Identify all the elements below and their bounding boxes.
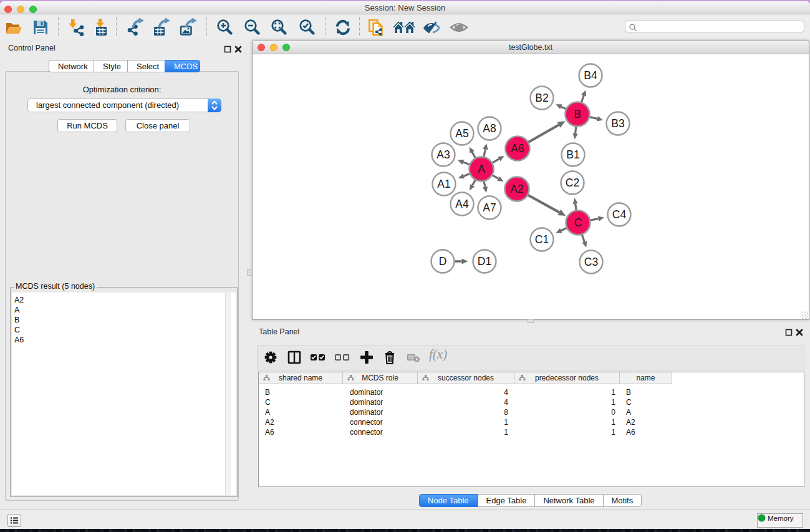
svg-text:A4: A4 <box>455 198 469 210</box>
svg-text:C4: C4 <box>612 208 627 221</box>
svg-text:B3: B3 <box>611 117 624 130</box>
svg-text:A8: A8 <box>483 122 496 135</box>
svg-text:A6: A6 <box>511 142 524 155</box>
svg-text:C: C <box>574 216 582 229</box>
svg-text:A5: A5 <box>455 127 468 140</box>
svg-text:B2: B2 <box>535 92 548 104</box>
svg-text:C3: C3 <box>584 256 598 268</box>
svg-text:B: B <box>574 108 581 120</box>
svg-text:D: D <box>439 255 447 268</box>
svg-text:B1: B1 <box>566 148 579 161</box>
svg-text:A2: A2 <box>510 183 523 195</box>
svg-text:C1: C1 <box>535 233 549 246</box>
svg-text:C2: C2 <box>566 177 579 189</box>
svg-text:D1: D1 <box>478 255 491 268</box>
svg-text:B4: B4 <box>584 69 597 82</box>
svg-text:A3: A3 <box>436 148 450 161</box>
svg-text:A1: A1 <box>437 178 450 190</box>
svg-text:A: A <box>478 163 485 175</box>
svg-text:A7: A7 <box>483 201 496 214</box>
